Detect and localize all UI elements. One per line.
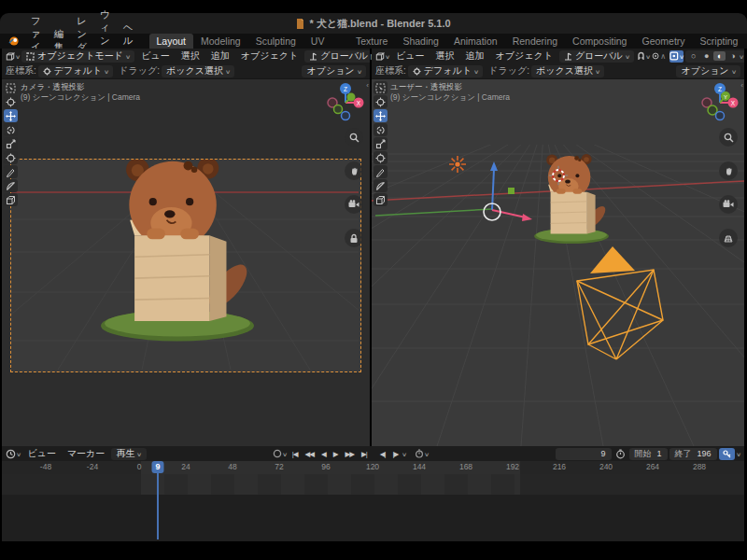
- tab-modeling[interactable]: Modeling: [193, 34, 248, 49]
- tab-shading[interactable]: Shading: [395, 34, 446, 49]
- snap-toggle-button-right[interactable]: ∨: [636, 50, 650, 63]
- camera-object[interactable]: [577, 246, 663, 359]
- timeline-menu-marker[interactable]: マーカー: [63, 447, 109, 460]
- playhead-frame-badge[interactable]: 9: [151, 461, 163, 473]
- jump-to-start-button[interactable]: |◀: [289, 450, 301, 458]
- frame-end-field[interactable]: 終了 196: [669, 448, 717, 460]
- menu-object-left[interactable]: オブジェクト: [236, 49, 303, 63]
- tab-animation[interactable]: Animation: [446, 34, 505, 49]
- dog-character-object[interactable]: [101, 158, 254, 342]
- coord-selector-left[interactable]: デフォルト ∨: [38, 65, 114, 77]
- scene-user-view[interactable]: [372, 79, 744, 446]
- gizmo-neg-z-axis[interactable]: [342, 112, 350, 120]
- gizmo-neg-y-axis[interactable]: [334, 105, 343, 114]
- options-button-right[interactable]: オプション ∨: [676, 65, 740, 77]
- gizmo-neg-z-axis[interactable]: [716, 112, 725, 120]
- tab-texture-paint[interactable]: Texture Paint: [348, 34, 395, 49]
- scale-tool[interactable]: [374, 137, 388, 150]
- menu-select-right[interactable]: 選択: [430, 49, 458, 63]
- menu-object-right[interactable]: オブジェクト: [490, 49, 557, 63]
- jump-next-keyframe-button[interactable]: ▶▶: [343, 450, 358, 458]
- sidebar-collapse-left[interactable]: ‹: [366, 81, 369, 90]
- rotate-tool[interactable]: [4, 123, 18, 136]
- move-tool[interactable]: [4, 109, 18, 122]
- play-button[interactable]: ▶: [331, 450, 341, 458]
- annotate-tool[interactable]: [4, 165, 18, 178]
- pan-button-left[interactable]: [345, 161, 363, 180]
- editor-type-button[interactable]: ∨: [6, 50, 20, 63]
- navigation-gizmo-right[interactable]: Z X Y: [699, 81, 740, 122]
- timeline-editor-type-button[interactable]: ∨: [6, 448, 21, 460]
- menu-view-left[interactable]: ビュー: [136, 49, 174, 63]
- coord-selector-right[interactable]: デフォルト ∨: [408, 65, 484, 77]
- timeline-track-area[interactable]: [2, 474, 744, 541]
- viewport-right-body[interactable]: ユーザー・透視投影 (9) シーンコレクション | Camera: [372, 79, 744, 446]
- jump-to-end-button[interactable]: ▶|: [359, 450, 370, 458]
- camera-view-button-right[interactable]: [719, 195, 738, 214]
- menu-view-right[interactable]: ビュー: [391, 49, 429, 63]
- orientation-selector-left[interactable]: グローバル ∨: [304, 50, 370, 63]
- sidebar-collapse-right[interactable]: ‹: [740, 81, 743, 90]
- orientation-selector-right[interactable]: グローバル ∨: [559, 50, 634, 63]
- drag-selector-right[interactable]: ボックス選択 ∨: [531, 65, 604, 77]
- zoom-button-left[interactable]: [345, 128, 363, 147]
- menu-select-left[interactable]: 選択: [176, 49, 204, 63]
- proportional-edit-button-right[interactable]: ∧: [652, 50, 666, 63]
- gizmo-plane-handle[interactable]: [508, 188, 514, 194]
- timeline-ruler[interactable]: -48 -24 0 24 48 72 96 120 144 168 192 21…: [2, 461, 744, 474]
- frame-start-field[interactable]: 開始 1: [629, 448, 668, 460]
- tab-scripting[interactable]: Scripting: [693, 34, 746, 49]
- transform-tool[interactable]: [374, 151, 388, 164]
- select-box-tool[interactable]: [4, 81, 18, 94]
- shading-material-button[interactable]: ◐: [713, 51, 726, 61]
- move-tool[interactable]: [374, 109, 388, 122]
- scene-camera-view[interactable]: [2, 79, 370, 446]
- prev-frame-button[interactable]: ◀|: [377, 450, 388, 458]
- tab-sculpting[interactable]: Sculpting: [248, 34, 303, 49]
- tab-layout[interactable]: Layout: [149, 34, 194, 49]
- select-box-tool[interactable]: [374, 81, 388, 94]
- next-frame-button[interactable]: |▶: [390, 450, 402, 458]
- dog-character-object[interactable]: [534, 154, 609, 244]
- rotate-tool[interactable]: [374, 123, 388, 136]
- shading-wireframe-button[interactable]: ○: [687, 51, 699, 61]
- drag-selector-left[interactable]: ボックス選択 ∨: [162, 65, 234, 77]
- viewport-left-body[interactable]: カメラ・透視投影 (9) シーンコレクション | Camera: [2, 79, 370, 446]
- zoom-button-right[interactable]: [719, 128, 738, 147]
- jump-prev-keyframe-button[interactable]: ◀◀: [302, 450, 317, 458]
- cursor-tool[interactable]: [4, 95, 18, 108]
- transform-tool[interactable]: [4, 151, 18, 164]
- mode-selector[interactable]: オブジェクトモード ∨: [21, 50, 134, 63]
- shading-solid-button[interactable]: ●: [700, 51, 712, 61]
- add-cube-tool[interactable]: [374, 193, 388, 206]
- xray-toggle-button-right[interactable]: ∨: [669, 50, 684, 63]
- menu-add-left[interactable]: 追加: [206, 49, 234, 63]
- sun-light-object[interactable]: [449, 156, 466, 173]
- shading-rendered-button[interactable]: ◑: [726, 51, 739, 61]
- tab-geometry-nodes[interactable]: Geometry Nodes: [634, 34, 692, 49]
- camera-view-button-left[interactable]: [345, 195, 363, 214]
- timeline-menu-view[interactable]: ビュー: [22, 447, 60, 460]
- annotate-tool[interactable]: [374, 165, 388, 178]
- editor-type-button-right[interactable]: ∨: [375, 50, 389, 63]
- cursor-tool[interactable]: [374, 95, 388, 108]
- camera-lock-button-left[interactable]: [345, 229, 363, 247]
- perspective-toggle-button[interactable]: [719, 229, 738, 247]
- navigation-gizmo-left[interactable]: Z X: [325, 81, 366, 122]
- preview-range-button[interactable]: ∨: [415, 448, 429, 460]
- measure-tool[interactable]: [4, 179, 18, 192]
- keying-set-button[interactable]: [719, 448, 735, 460]
- menu-add-right[interactable]: 追加: [460, 49, 488, 63]
- tab-uv-editing[interactable]: UV Editing: [303, 34, 348, 49]
- options-button-left[interactable]: オプション ∨: [302, 65, 366, 77]
- blender-logo-icon[interactable]: [4, 35, 24, 47]
- tab-rendering[interactable]: Rendering: [505, 34, 565, 49]
- pan-button-right[interactable]: [719, 161, 738, 180]
- timeline-menu-playback[interactable]: 再生 ∨: [111, 448, 146, 460]
- autokey-button[interactable]: ∨: [273, 448, 287, 460]
- play-reverse-button[interactable]: ◀: [318, 450, 329, 458]
- gizmo-y-axis[interactable]: [347, 93, 356, 102]
- use-preview-range-toggle[interactable]: [613, 448, 627, 460]
- current-frame-field[interactable]: 9: [556, 448, 612, 460]
- add-cube-tool[interactable]: [4, 193, 18, 206]
